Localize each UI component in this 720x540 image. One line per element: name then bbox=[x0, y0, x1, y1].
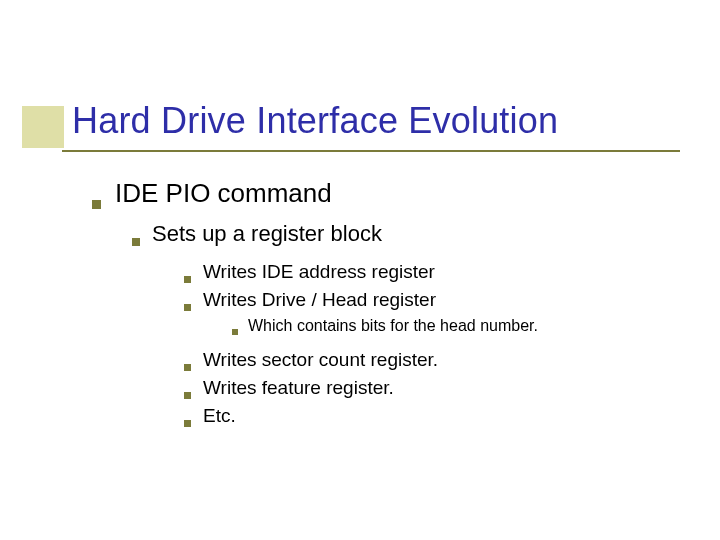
square-bullet-icon bbox=[92, 200, 101, 209]
square-bullet-icon bbox=[184, 420, 191, 427]
slide-title: Hard Drive Interface Evolution bbox=[72, 100, 558, 142]
list-item: Writes IDE address register bbox=[184, 261, 680, 283]
list-item: Etc. bbox=[184, 405, 680, 427]
list-item-label: Etc. bbox=[203, 405, 236, 427]
list-item-label: Writes IDE address register bbox=[203, 261, 435, 283]
list-item: Writes feature register. bbox=[184, 377, 680, 399]
list-item: Sets up a register block bbox=[132, 221, 680, 247]
list-item-label: Writes Drive / Head register bbox=[203, 289, 436, 311]
square-bullet-icon bbox=[184, 392, 191, 399]
square-bullet-icon bbox=[184, 276, 191, 283]
slide: Hard Drive Interface Evolution IDE PIO c… bbox=[0, 0, 720, 540]
list-item-label: IDE PIO command bbox=[115, 178, 332, 209]
title-underline bbox=[62, 150, 680, 152]
list-item-label: Sets up a register block bbox=[152, 221, 382, 247]
title-accent-square bbox=[22, 106, 64, 148]
slide-content: IDE PIO command Sets up a register block… bbox=[92, 178, 680, 433]
list-item: Writes sector count register. bbox=[184, 349, 680, 371]
list-item-label: Writes sector count register. bbox=[203, 349, 438, 371]
list-item-label: Which contains bits for the head number. bbox=[248, 317, 538, 335]
square-bullet-icon bbox=[184, 304, 191, 311]
square-bullet-icon bbox=[184, 364, 191, 371]
list-item-label: Writes feature register. bbox=[203, 377, 394, 399]
list-item: IDE PIO command bbox=[92, 178, 680, 209]
square-bullet-icon bbox=[232, 329, 238, 335]
list-item: Which contains bits for the head number. bbox=[232, 317, 680, 335]
square-bullet-icon bbox=[132, 238, 140, 246]
list-item: Writes Drive / Head register bbox=[184, 289, 680, 311]
